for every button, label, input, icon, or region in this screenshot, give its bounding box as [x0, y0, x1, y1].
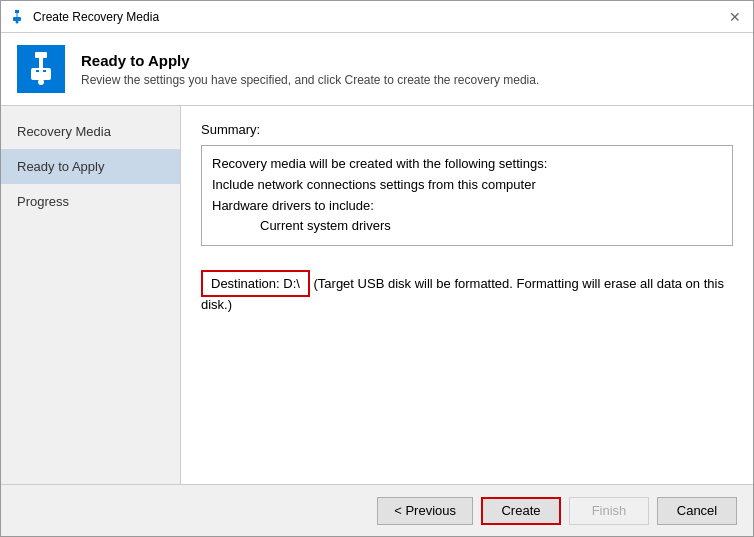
summary-line-4: Current system drivers — [212, 216, 722, 237]
destination-box: Destination: D:\ — [201, 270, 310, 297]
header-icon — [17, 45, 65, 93]
header-title: Ready to Apply — [81, 52, 539, 69]
usb-drive-icon — [25, 50, 57, 88]
create-button[interactable]: Create — [481, 497, 561, 525]
summary-box: Recovery media will be created with the … — [201, 145, 733, 246]
footer: < Previous Create Finish Cancel — [1, 484, 753, 536]
previous-button[interactable]: < Previous — [377, 497, 473, 525]
header: Ready to Apply Review the settings you h… — [1, 33, 753, 106]
svg-rect-6 — [31, 68, 51, 80]
svg-rect-2 — [13, 17, 21, 21]
main-window: Create Recovery Media ✕ Ready to Apply R… — [0, 0, 754, 537]
summary-line-2: Include network connections settings fro… — [212, 175, 722, 196]
main-panel: Summary: Recovery media will be created … — [181, 106, 753, 484]
finish-button: Finish — [569, 497, 649, 525]
svg-rect-8 — [36, 70, 39, 72]
header-text: Ready to Apply Review the settings you h… — [81, 52, 539, 87]
close-button[interactable]: ✕ — [725, 7, 745, 27]
usb-icon — [9, 9, 25, 25]
destination-label: Destination: D:\ — [211, 276, 300, 291]
summary-label: Summary: — [201, 122, 733, 137]
svg-rect-4 — [35, 52, 47, 58]
svg-point-7 — [38, 79, 44, 85]
svg-rect-9 — [43, 70, 46, 72]
svg-point-3 — [16, 20, 19, 23]
sidebar: Recovery Media Ready to Apply Progress — [1, 106, 181, 484]
sidebar-item-progress[interactable]: Progress — [1, 184, 180, 219]
sidebar-item-recovery-media[interactable]: Recovery Media — [1, 114, 180, 149]
cancel-button[interactable]: Cancel — [657, 497, 737, 525]
header-subtitle: Review the settings you have specified, … — [81, 73, 539, 87]
title-bar: Create Recovery Media ✕ — [1, 1, 753, 33]
title-bar-left: Create Recovery Media — [9, 9, 159, 25]
content-area: Recovery Media Ready to Apply Progress S… — [1, 106, 753, 484]
sidebar-item-ready-to-apply[interactable]: Ready to Apply — [1, 149, 180, 184]
window-title: Create Recovery Media — [33, 10, 159, 24]
destination-line: Destination: D:\ (Target USB disk will b… — [201, 262, 733, 312]
svg-rect-0 — [15, 10, 19, 13]
summary-line-3: Hardware drivers to include: — [212, 196, 722, 217]
summary-line-1: Recovery media will be created with the … — [212, 154, 722, 175]
